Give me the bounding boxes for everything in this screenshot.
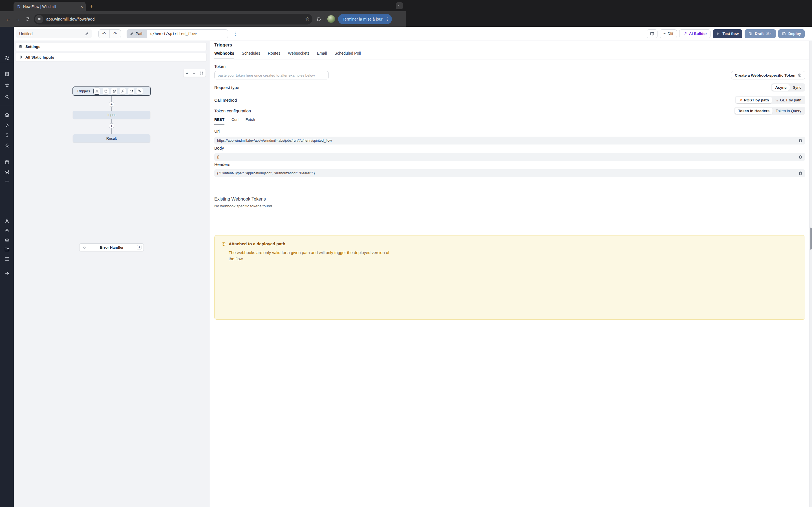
result-node[interactable]: Result: [73, 134, 150, 143]
settings-gear-icon[interactable]: [4, 228, 10, 233]
browser-tab[interactable]: New Flow | Windmill ×: [13, 2, 86, 11]
token-label: Token: [214, 64, 225, 69]
schedule-trigger-chip[interactable]: [103, 88, 109, 94]
url-text[interactable]: app.windmill.dev/flows/add: [46, 17, 305, 21]
tab-websockets[interactable]: Websockets: [288, 51, 309, 59]
code-example-tabs: REST Curl Fetch: [214, 117, 406, 125]
sidebar-divider: [0, 106, 14, 106]
flow-editor-toolbar: Untitled ↶ ↷ Path u/henri/spirited_flow …: [14, 27, 406, 41]
puzzle-icon: [316, 17, 321, 21]
call-method-label: Call method: [214, 98, 237, 103]
add-plus-icon[interactable]: [4, 179, 10, 184]
editor-content: Settings All Static Inputs + − Triggers: [14, 41, 406, 253]
toolbar-divider: [324, 16, 324, 22]
windmill-app: Untitled ↶ ↷ Path u/henri/spirited_flow …: [0, 27, 406, 253]
profile-avatar[interactable]: [327, 15, 335, 23]
undo-button[interactable]: ↶: [99, 30, 110, 38]
warning-text: The webhooks are only valid for a given …: [229, 249, 395, 253]
folders-icon[interactable]: [4, 247, 10, 252]
zoom-in-button[interactable]: +: [186, 71, 188, 75]
sidebar-divider: [0, 63, 14, 63]
chrome-update-button[interactable]: Terminer la mise à jour ⋮: [338, 14, 392, 24]
bookmark-star-icon[interactable]: ☆: [305, 16, 310, 22]
tab-rest[interactable]: REST: [214, 117, 224, 125]
tab-routes[interactable]: Routes: [268, 51, 280, 59]
user-icon[interactable]: [4, 218, 10, 223]
flow-edge: [111, 96, 112, 102]
more-options-kebab[interactable]: ⋮: [233, 31, 238, 37]
update-label: Terminer la mise à jour: [343, 17, 383, 21]
path-group: Path u/henri/spirited_flow: [126, 29, 228, 38]
triggers-node[interactable]: Triggers: [72, 87, 151, 96]
headers-label: Headers: [214, 162, 231, 167]
insert-step-button[interactable]: +: [109, 123, 114, 128]
body-label: Body: [214, 146, 224, 151]
url-bar[interactable]: app.windmill.dev/flows/add ☆: [34, 14, 312, 24]
redo-button[interactable]: ↷: [110, 30, 121, 38]
runs-play-icon[interactable]: [4, 122, 10, 128]
tab-search-chevron-button[interactable]: [396, 2, 403, 9]
token-input[interactable]: [214, 71, 329, 79]
tab-fetch[interactable]: Fetch: [246, 117, 255, 125]
result-node-label: Result: [106, 136, 117, 140]
windmill-logo[interactable]: [4, 55, 10, 61]
forward-button[interactable]: →: [13, 16, 22, 22]
error-handler-node[interactable]: Error Handler +: [79, 243, 144, 251]
main-area: Untitled ↶ ↷ Path u/henri/spirited_flow …: [14, 27, 406, 253]
email-trigger-chip[interactable]: [128, 88, 134, 94]
flow-settings-bar[interactable]: Settings: [15, 42, 207, 51]
site-settings-button[interactable]: [35, 15, 43, 23]
webhook-trigger-chip[interactable]: [93, 88, 100, 95]
add-error-handler-button[interactable]: +: [137, 245, 142, 250]
tab-email[interactable]: Email: [317, 51, 327, 59]
reload-button[interactable]: [22, 17, 32, 21]
favorites-star-icon[interactable]: [4, 82, 10, 88]
home-icon[interactable]: [4, 112, 10, 117]
tab-curl[interactable]: Curl: [232, 117, 239, 125]
variables-dollar-icon[interactable]: [4, 133, 10, 138]
flow-edge: [111, 128, 112, 134]
reload-icon: [25, 17, 30, 21]
browser-tab-strip: New Flow | Windmill × +: [0, 0, 406, 11]
app-sidebar: [0, 27, 14, 253]
flow-graph-panel: Settings All Static Inputs + − Triggers: [14, 41, 210, 253]
search-icon[interactable]: [4, 94, 10, 100]
input-node[interactable]: Input: [73, 111, 150, 119]
workspace-building-icon[interactable]: [4, 71, 10, 77]
insert-step-button[interactable]: +: [109, 102, 114, 107]
edit-pencil-icon[interactable]: [85, 32, 89, 36]
webhook-icon: [95, 89, 99, 93]
browser-menu-icon[interactable]: ⋮: [386, 17, 390, 22]
scheduled-poll-trigger-chip[interactable]: [137, 88, 143, 94]
tab-schedules[interactable]: Schedules: [242, 51, 260, 59]
all-static-inputs-label: All Static Inputs: [26, 55, 54, 59]
websocket-trigger-chip[interactable]: [119, 88, 126, 94]
tab-scheduled-poll[interactable]: Scheduled Poll: [335, 51, 361, 59]
schedules-calendar-icon[interactable]: [4, 159, 10, 165]
path-edit-button[interactable]: Path: [126, 29, 147, 38]
tab-webhooks[interactable]: Webhooks: [214, 51, 234, 59]
poll-binoculars-icon: [138, 89, 142, 93]
new-tab-button[interactable]: +: [90, 3, 93, 10]
triggers-route-icon[interactable]: [4, 170, 10, 175]
all-static-inputs-bar[interactable]: All Static Inputs: [15, 53, 207, 62]
body-value: {}: [217, 155, 406, 159]
trigger-type-tabs: Webhooks Schedules Routes Websockets Ema…: [214, 51, 406, 59]
flow-name-field[interactable]: Untitled: [16, 29, 92, 38]
resources-boxes-icon[interactable]: [4, 143, 10, 148]
tab-close-icon[interactable]: ×: [80, 4, 83, 9]
deployed-path-warning: Attached to a deployed path The webhooks…: [214, 235, 406, 253]
path-input[interactable]: u/henri/spirited_flow: [147, 29, 228, 38]
workers-robot-icon[interactable]: [4, 237, 10, 242]
dollar-icon: [18, 55, 23, 59]
fit-view-button[interactable]: [200, 71, 203, 75]
path-label: Path: [136, 32, 144, 36]
url-value: https://app.windmill.dev/api/w/windmill-…: [217, 138, 406, 143]
zoom-out-button[interactable]: −: [193, 71, 195, 75]
existing-tokens-title: Existing Webhook Tokens: [214, 196, 266, 202]
extensions-button[interactable]: [316, 17, 321, 21]
route-trigger-chip[interactable]: [111, 88, 117, 94]
back-button[interactable]: ←: [3, 16, 13, 22]
triggers-node-label: Triggers: [77, 89, 90, 93]
sliders-icon: [18, 45, 23, 49]
